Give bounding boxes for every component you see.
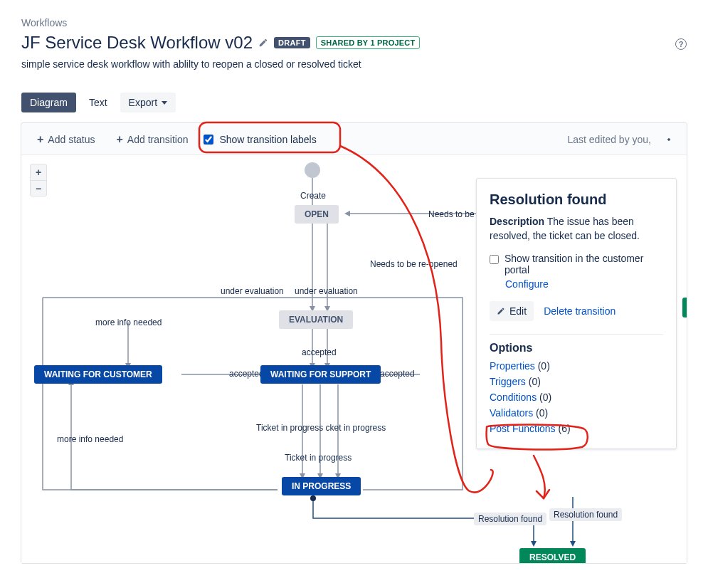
option-post-functions[interactable]: Post Functions (6): [490, 423, 663, 434]
diagram-canvas[interactable]: + −: [21, 154, 687, 563]
node-waiting-support[interactable]: WAITING FOR SUPPORT: [260, 365, 381, 384]
tab-text[interactable]: Text: [80, 93, 116, 112]
add-status-label: Add status: [48, 134, 95, 145]
transition-tip-single[interactable]: Ticket in progress: [285, 453, 352, 463]
workflow-description: simple service desk workflow with ablilt…: [21, 58, 687, 70]
breadcrumb[interactable]: Workflows: [21, 17, 687, 28]
panel-description: Description The issue has been resolved,…: [490, 215, 663, 243]
svg-marker-23: [531, 541, 537, 547]
show-labels-text: Show transition labels: [219, 134, 316, 145]
show-in-portal-label: Show transition in the customer portal: [504, 253, 663, 275]
tab-export-label: Export: [129, 97, 157, 108]
transition-accepted-r[interactable]: accepted: [380, 369, 415, 379]
transition-resolution-found-l[interactable]: Resolution found: [474, 513, 546, 525]
chevron-down-icon: [162, 101, 167, 105]
show-labels-checkbox[interactable]: [204, 135, 213, 145]
node-in-progress[interactable]: IN PROGRESS: [282, 477, 361, 495]
shared-badge[interactable]: SHARED BY 1 PROJECT: [316, 36, 421, 49]
node-evaluation[interactable]: EVALUATION: [279, 310, 353, 329]
edit-label: Edit: [509, 305, 527, 317]
edit-transition-button[interactable]: Edit: [490, 301, 534, 321]
transition-source-dot: [310, 495, 316, 501]
panel-desc-label: Description: [490, 216, 544, 227]
edit-title-icon[interactable]: [258, 38, 268, 48]
option-triggers[interactable]: Triggers (0): [490, 376, 663, 387]
zoom-out-button[interactable]: −: [31, 180, 46, 196]
node-waiting-customer[interactable]: WAITING FOR CUSTOMER: [34, 365, 162, 384]
configure-link[interactable]: Configure: [505, 278, 663, 290]
page-title: JF Service Desk Workflow v02: [21, 33, 253, 53]
options-heading: Options: [490, 334, 663, 355]
transition-tip-row[interactable]: Ticket in progress cket in progress: [256, 423, 386, 433]
zoom-in-button[interactable]: +: [31, 164, 46, 180]
last-edited-text: Last edited by you,: [567, 134, 651, 145]
zoom-controls: + −: [30, 164, 47, 196]
node-resolved[interactable]: RESOLVED: [519, 548, 586, 563]
pencil-icon: [497, 307, 505, 315]
option-properties[interactable]: Properties (0): [490, 360, 663, 372]
draft-badge: DRAFT: [274, 37, 310, 48]
transition-create[interactable]: Create: [300, 191, 326, 201]
transition-accepted-c[interactable]: accepted: [302, 347, 337, 357]
offscreen-green-node[interactable]: [682, 298, 687, 317]
delete-transition-link[interactable]: Delete transition: [544, 305, 615, 317]
transition-resolution-found-r[interactable]: Resolution found: [549, 508, 622, 521]
transition-under-eval-l[interactable]: under evaluation: [221, 286, 284, 296]
diagram-canvas-container: + Add status + Add transition Show trans…: [21, 122, 687, 564]
help-icon[interactable]: ?: [675, 38, 687, 50]
add-transition-label: Add transition: [127, 134, 189, 145]
add-status-button[interactable]: + Add status: [31, 130, 101, 149]
plus-icon: +: [117, 133, 123, 146]
diagram-toolbar: + Add status + Add transition Show trans…: [21, 123, 687, 157]
option-validators[interactable]: Validators (0): [490, 407, 663, 419]
node-open[interactable]: OPEN: [295, 205, 339, 224]
start-node[interactable]: [305, 162, 320, 178]
tab-diagram[interactable]: Diagram: [21, 93, 76, 112]
tab-export[interactable]: Export: [120, 93, 176, 112]
transition-details-panel: Resolution found Description The issue h…: [476, 178, 677, 449]
transition-under-eval-r[interactable]: under evaluation: [295, 286, 358, 296]
show-in-portal-checkbox[interactable]: [490, 255, 499, 264]
add-transition-button[interactable]: + Add transition: [111, 130, 194, 149]
transition-accepted-l[interactable]: accepted: [229, 369, 264, 379]
option-conditions[interactable]: Conditions (0): [490, 392, 663, 403]
transition-more-info-top[interactable]: more info needed: [95, 317, 162, 327]
show-transition-labels-toggle[interactable]: Show transition labels: [204, 134, 316, 145]
transition-needs-reopen[interactable]: Needs to be re-opened: [370, 259, 458, 269]
panel-title: Resolution found: [490, 191, 663, 208]
show-in-portal-toggle[interactable]: Show transition in the customer portal: [490, 253, 663, 275]
collapse-icon[interactable]: [661, 132, 677, 147]
transition-more-info-bottom[interactable]: more info needed: [57, 434, 123, 444]
svg-marker-3: [344, 211, 350, 216]
plus-icon: +: [37, 133, 43, 146]
svg-marker-24: [570, 541, 576, 547]
